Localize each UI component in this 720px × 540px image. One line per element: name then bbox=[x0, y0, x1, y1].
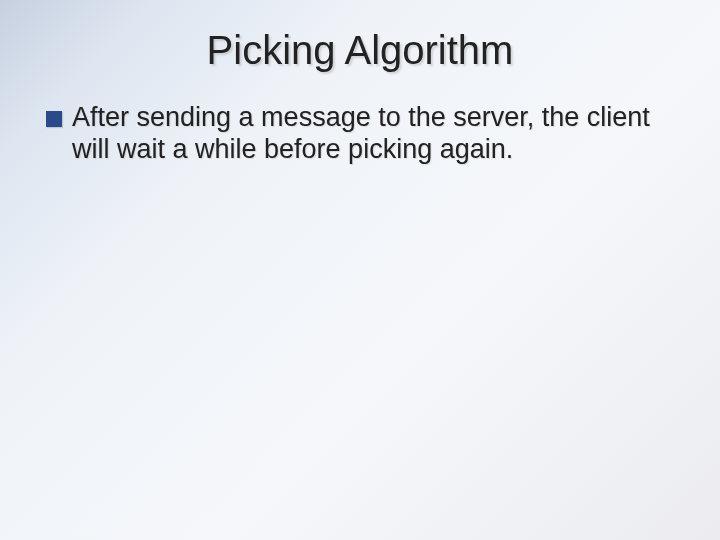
bullet-text: After sending a message to the server, t… bbox=[72, 101, 674, 166]
square-bullet-icon bbox=[46, 111, 62, 127]
slide: Picking Algorithm After sending a messag… bbox=[0, 0, 720, 540]
bullet-item: After sending a message to the server, t… bbox=[46, 101, 674, 166]
slide-title: Picking Algorithm bbox=[40, 28, 680, 73]
slide-body: After sending a message to the server, t… bbox=[40, 101, 680, 166]
